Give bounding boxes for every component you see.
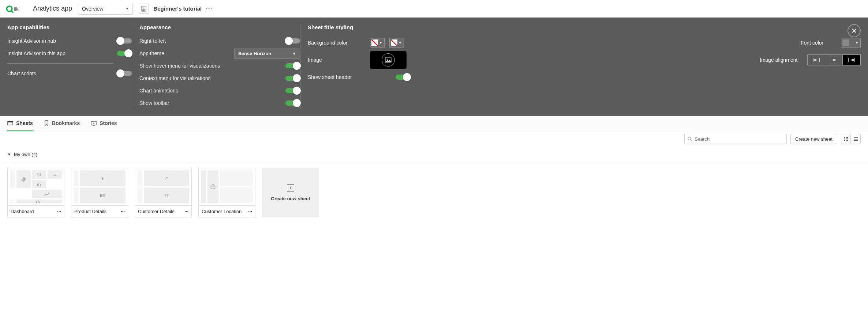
sheet-more-button[interactable]: ··· [57, 209, 61, 214]
sheet-title: Product Details [74, 209, 106, 214]
chevron-down-icon: ▼ [292, 52, 296, 56]
list-icon [853, 137, 858, 141]
table-icon [164, 194, 169, 197]
qlik-logo: lik [6, 4, 27, 14]
scatter-icon [164, 176, 169, 181]
appearance-heading: Appearance [139, 24, 300, 30]
sheet-more-button[interactable]: ··· [121, 209, 125, 214]
sheet-title: Customer Location [202, 209, 242, 214]
svg-rect-5 [142, 10, 145, 10]
search-input[interactable] [695, 136, 783, 142]
separator: - [386, 40, 388, 46]
chart-anim-toggle[interactable] [285, 88, 300, 93]
svg-rect-12 [8, 121, 13, 122]
sheet-title-column: Sheet title styling Background color ▼ -… [300, 24, 861, 109]
more-options-button[interactable]: ··· [206, 6, 213, 12]
svg-marker-14 [93, 122, 94, 124]
sheet-more-button[interactable]: ··· [248, 209, 252, 214]
svg-point-38 [165, 178, 166, 179]
svg-rect-37 [103, 196, 105, 197]
chevron-down-icon: ▼ [855, 41, 858, 45]
section-title: My own (4) [14, 152, 37, 157]
create-new-sheet-card-label: Create new sheet [271, 196, 310, 201]
context-menu-toggle[interactable] [285, 76, 300, 81]
align-center-button[interactable] [825, 55, 843, 65]
divider [7, 63, 113, 64]
appearance-column: Appearance Right-to-left App theme Sense… [132, 24, 300, 109]
chevron-down-icon: ▼ [7, 152, 11, 156]
svg-rect-33 [102, 177, 103, 180]
app-capabilities-heading: App capabilities [7, 24, 132, 30]
sheet-more-button[interactable]: ··· [184, 209, 188, 214]
svg-point-8 [387, 59, 388, 60]
align-left-button[interactable] [808, 55, 825, 65]
sheet-icon [7, 120, 13, 126]
insight-hub-toggle[interactable] [117, 38, 132, 43]
svg-point-4 [143, 7, 145, 8]
sheet-card-product-details[interactable]: Product Details ··· [71, 168, 128, 217]
search-box[interactable] [684, 134, 787, 144]
story-icon [91, 120, 97, 126]
bg-color-end-picker[interactable]: ▼ [389, 38, 404, 48]
view-toggle [841, 134, 861, 144]
chart-scripts-toggle[interactable] [117, 71, 132, 76]
bar-icon [100, 177, 105, 180]
header-center: Beginner's tutorial ··· [139, 4, 213, 14]
bg-color-start-picker[interactable]: ▼ [370, 38, 385, 48]
line-icon [44, 192, 50, 196]
create-new-sheet-card[interactable]: + Create new sheet [262, 168, 319, 217]
grid-view-button[interactable] [841, 134, 851, 144]
bookmark-icon [44, 120, 49, 126]
svg-line-17 [691, 140, 692, 141]
globe-icon [210, 184, 216, 190]
grey-color-swatch [842, 39, 849, 46]
rtl-toggle[interactable] [285, 38, 300, 43]
chevron-down-icon: ▼ [399, 41, 402, 45]
gauge-icon [53, 172, 57, 177]
insight-app-toggle[interactable] [117, 51, 132, 56]
tab-sheets[interactable]: Sheets [7, 116, 33, 131]
align-right-button[interactable] [843, 55, 860, 65]
sheet-title-heading: Sheet title styling [308, 24, 861, 30]
svg-rect-19 [846, 137, 848, 139]
overview-dropdown-label: Overview [82, 6, 103, 12]
search-icon [688, 137, 692, 141]
sheet-card-dashboard[interactable]: #1 Dashboard ··· [7, 168, 64, 217]
treemap-icon [100, 194, 105, 197]
image-align-label: Image alignment [760, 57, 804, 63]
show-header-toggle[interactable] [396, 75, 410, 80]
create-new-sheet-button[interactable]: Create new sheet [790, 134, 837, 144]
theme-select[interactable]: Sense Horizon ▼ [234, 48, 300, 59]
tab-bookmarks[interactable]: Bookmarks [44, 116, 80, 131]
theme-value: Sense Horizon [238, 51, 271, 56]
sheet-card-customer-details[interactable]: Customer Details ··· [135, 168, 192, 217]
svg-rect-24 [854, 140, 858, 141]
sheet-thumbnail [198, 168, 255, 206]
sheet-title: Dashboard [11, 209, 34, 214]
overview-dropdown[interactable]: Overview ▼ [78, 3, 133, 15]
show-toolbar-toggle[interactable] [285, 100, 300, 106]
svg-rect-28 [40, 184, 41, 186]
hover-menu-toggle[interactable] [285, 63, 300, 68]
theme-label: App theme [139, 50, 234, 56]
app-info-icon-button[interactable] [139, 4, 149, 14]
svg-point-16 [688, 137, 691, 140]
insight-app-label: Insight Advisor in this app [7, 50, 117, 56]
pie-icon [20, 177, 26, 182]
tab-stories[interactable]: Stories [91, 116, 117, 131]
my-own-section-header[interactable]: ▼ My own (4) [0, 147, 868, 161]
list-view-button[interactable] [851, 134, 860, 144]
font-color-picker[interactable]: ▼ [841, 38, 861, 48]
app-settings-panel: App capabilities Insight Advisor in hub … [0, 18, 868, 116]
sheet-card-customer-location[interactable]: Customer Location ··· [198, 168, 255, 217]
show-header-label: Show sheet header [308, 74, 396, 80]
tab-sheets-label: Sheets [16, 120, 33, 126]
hover-menu-label: Show hover menu for visualizations [139, 63, 285, 69]
chevron-down-icon: ▼ [125, 7, 129, 11]
image-select-button[interactable] [370, 51, 407, 69]
sheets-action-bar: Create new sheet [0, 131, 868, 147]
tutorial-title: Beginner's tutorial [153, 5, 202, 12]
rtl-label: Right-to-left [139, 38, 285, 44]
close-settings-button[interactable] [848, 24, 861, 37]
sheet-thumbnail: #1 [7, 168, 64, 206]
